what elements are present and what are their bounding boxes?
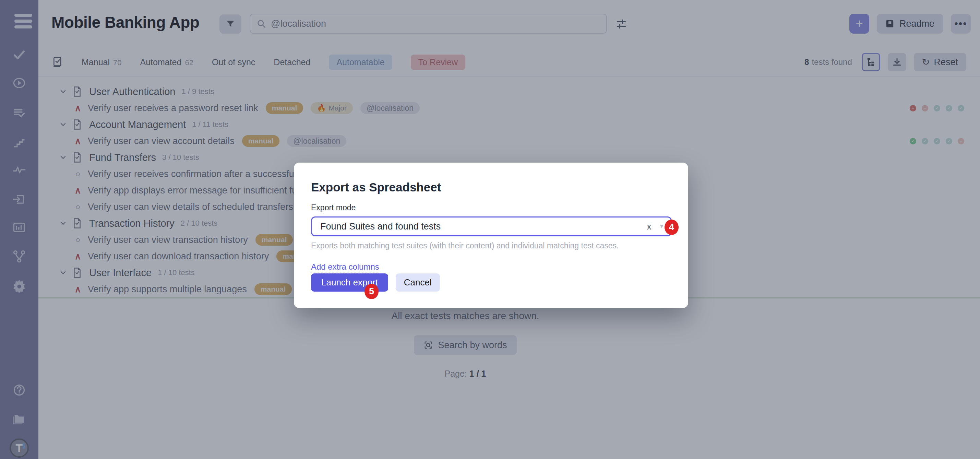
add-extra-columns-link[interactable]: Add extra columns <box>311 262 379 273</box>
export-modal: Export as Spreadsheet Export mode Found … <box>294 163 688 308</box>
cancel-button[interactable]: Cancel <box>396 273 440 292</box>
select-value: Found Suites and found tests <box>320 221 441 232</box>
step-badge-4: 4 <box>665 220 679 235</box>
export-mode-helper: Exports both matching test suites (with … <box>311 241 671 250</box>
clear-icon[interactable]: x <box>647 222 652 231</box>
chevron-down-icon[interactable]: ▼ <box>659 223 665 230</box>
step-badge-5: 5 <box>364 284 379 299</box>
export-mode-select[interactable]: Found Suites and found tests x ▼ <box>311 217 672 236</box>
modal-title: Export as Spreadsheet <box>311 180 671 194</box>
app-window: T Mobile Banking App + Readme ••• <box>0 0 980 459</box>
export-mode-label: Export mode <box>311 203 671 212</box>
